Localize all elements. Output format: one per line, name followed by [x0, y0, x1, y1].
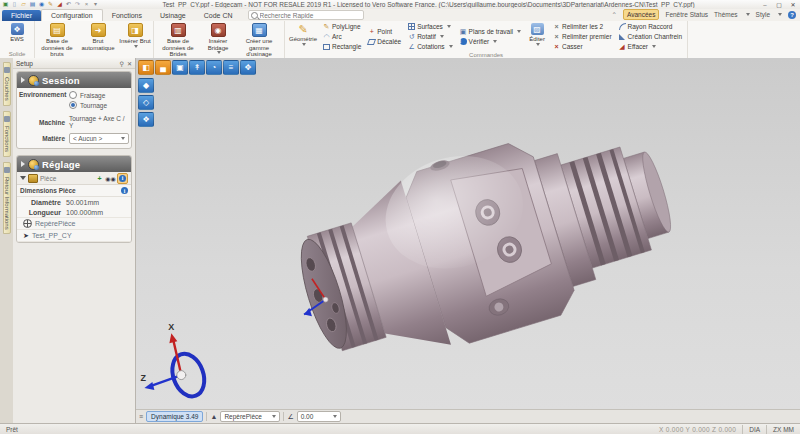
side-tab-fonctions[interactable]: Fonctions [3, 111, 11, 157]
polyline-button[interactable]: ✎ PolyLigne [323, 22, 361, 31]
save-icon[interactable]: ▤ [29, 1, 36, 8]
chevron-down-icon [302, 43, 306, 46]
point-button[interactable]: + Point [368, 27, 401, 36]
dimensions-button[interactable]: ∠ Cotations [408, 42, 452, 51]
model-3d[interactable]: X Z [136, 58, 800, 409]
view-mode-indicator[interactable]: Dynamique 3.49 [146, 411, 203, 422]
edit-button[interactable]: ▨ Éditer [525, 22, 549, 51]
chamfer-button[interactable]: Création Chanfrein [619, 32, 683, 41]
machining-sequence-button[interactable]: ▦ Créer une gamme d'usinage [236, 22, 282, 61]
cpl-select[interactable]: RepèrePièce [220, 411, 280, 422]
side-tab-retour-informations[interactable]: Retour Informations [3, 162, 11, 235]
zoom-window-icon[interactable]: ◔ [206, 60, 222, 75]
chevron-down-icon [652, 45, 656, 48]
angle-select[interactable]: 0.00 [297, 411, 341, 422]
status-bar: Prêt X 0.000 Y 0.000 Z 0.000 DIA ZX MM [0, 423, 800, 434]
status-window-toggle[interactable]: Fenêtre Status [665, 11, 708, 18]
insert-fixture-button[interactable]: ◉ Insérer Bridage [201, 22, 235, 61]
geometry-button[interactable]: ✎ Géométrie [287, 22, 319, 51]
side-tab-couches[interactable]: Couches [3, 62, 11, 106]
fixture-database-button[interactable]: ▥ Base de données de Brides [156, 22, 200, 61]
pan-icon[interactable]: ✥ [240, 60, 256, 75]
break-button[interactable]: × Casser [553, 42, 611, 51]
session-header[interactable]: Session [17, 72, 131, 88]
render-mode-icon[interactable]: ▄ [155, 60, 171, 75]
erase-button[interactable]: ◢ Effacer [619, 42, 683, 51]
radio-fraisage[interactable]: Fraisage [69, 91, 107, 99]
tab-usinage[interactable]: Usinage [151, 10, 195, 21]
qat-dropdown-icon[interactable]: ▾ [92, 1, 99, 8]
fillet-radius-button[interactable]: Rayon Raccord [619, 22, 683, 31]
app-icon[interactable]: ▣ [2, 1, 9, 8]
ews-icon: ❖ [11, 23, 24, 35]
help-icon[interactable]: ? [788, 11, 796, 19]
rectangle-button[interactable]: Rectangle [323, 42, 361, 51]
collapse-ribbon-icon[interactable]: ⌃ [612, 11, 617, 19]
group-label-solide: Solide [2, 50, 32, 58]
surfaces-button[interactable]: Surfaces [408, 22, 452, 31]
display-options-icon[interactable]: ≡ [223, 60, 239, 75]
capture-icon[interactable]: ✎ [47, 1, 54, 8]
menu-icon[interactable]: ≡ [139, 413, 143, 420]
shaded-view-icon[interactable]: ◆ [138, 78, 154, 93]
file-menu-button[interactable]: Fichier [2, 10, 41, 21]
delete-icon[interactable]: × [83, 1, 90, 8]
new-document-icon[interactable]: ▯ [11, 1, 18, 8]
pin-icon[interactable]: ⚲ [120, 60, 124, 67]
info-button[interactable]: i [117, 173, 128, 184]
themes-menu[interactable]: Thèmes [714, 11, 737, 18]
workplane-icon: ▣ [460, 28, 467, 35]
rotary-button[interactable]: ↺ Rotatif [408, 32, 452, 41]
redo-icon[interactable]: ↷ [74, 1, 81, 8]
stock-database-button[interactable]: ▤ Base de données de bruts [37, 22, 77, 58]
radio-tournage[interactable]: Tournage [69, 101, 107, 109]
fillet-icon [619, 23, 626, 30]
maximize-button[interactable]: ▢ [772, 1, 786, 9]
tree-item-test-pp-cy[interactable]: ➤ Test_PP_CY [17, 229, 131, 242]
advanced-toggle[interactable]: Avancées [623, 9, 659, 20]
trim-first-button[interactable]: × Relimiter premier [553, 32, 611, 41]
background-icon[interactable]: ▣ [172, 60, 188, 75]
workplanes-button[interactable]: ▣ Plans de travail [460, 27, 521, 36]
minimize-button[interactable]: – [758, 1, 772, 9]
dia-mode-toggle[interactable]: DIA [742, 425, 766, 434]
annotate-icon[interactable]: ◢ [56, 1, 63, 8]
verify-button[interactable]: i Vérifier [460, 37, 521, 46]
auto-stock-button[interactable]: ➜ Brut automatique [78, 22, 118, 58]
quick-search[interactable] [248, 10, 364, 20]
close-button[interactable]: ✕ [786, 1, 800, 9]
ews-button[interactable]: ❖ EWS [2, 22, 32, 50]
tab-fonctions[interactable]: Fonctions [103, 10, 151, 21]
viewport-canvas[interactable]: ◧ ▄ ▣ ↟ ◔ ≡ ✥ ◆ ◇ ❖ [136, 58, 800, 409]
translucent-view-icon[interactable]: ❖ [138, 112, 154, 127]
tab-code-cn[interactable]: Code CN [195, 10, 242, 21]
search-input[interactable] [258, 11, 352, 20]
arc-button[interactable]: ◠ Arc [323, 32, 361, 41]
arc-icon: ◠ [323, 33, 330, 40]
piece-row[interactable]: Pièce + ◉◉ i [17, 172, 131, 185]
chevron-down-icon [20, 176, 26, 180]
add-icon[interactable]: + [95, 174, 104, 183]
material-select[interactable]: < Aucun > [69, 133, 129, 144]
tab-configuration[interactable]: Configuration [41, 9, 103, 21]
offset-button[interactable]: Décalée [368, 37, 401, 46]
reglage-header[interactable]: Réglage [17, 156, 131, 172]
tree-item-reperepiece[interactable]: RepèrePièce [17, 217, 131, 229]
wireframe-view-icon[interactable]: ◇ [138, 95, 154, 110]
axis-x-label: X [168, 322, 174, 332]
polyline-icon: ✎ [323, 23, 330, 30]
open-folder-icon[interactable]: ▱ [20, 1, 27, 8]
info-icon[interactable]: i [121, 187, 128, 194]
about-icon[interactable]: ◉ [38, 1, 45, 8]
vertical-axis-icon[interactable]: ↟ [189, 60, 205, 75]
material-label: Matière [19, 135, 69, 142]
view-orientation-icon[interactable]: ◧ [138, 60, 154, 75]
ribbon-group-solide: ❖ EWS Solide [0, 21, 35, 58]
trim-both-button[interactable]: × Relimiter les 2 [553, 22, 611, 31]
undo-icon[interactable]: ↶ [65, 1, 72, 8]
style-menu[interactable]: Style [756, 11, 770, 18]
close-panel-icon[interactable]: ✕ [127, 60, 132, 67]
insert-stock-button[interactable]: ◨ Insérer Brut [119, 22, 151, 58]
units-indicator[interactable]: ZX MM [766, 425, 800, 434]
find-icon[interactable]: ◉◉ [106, 174, 115, 183]
